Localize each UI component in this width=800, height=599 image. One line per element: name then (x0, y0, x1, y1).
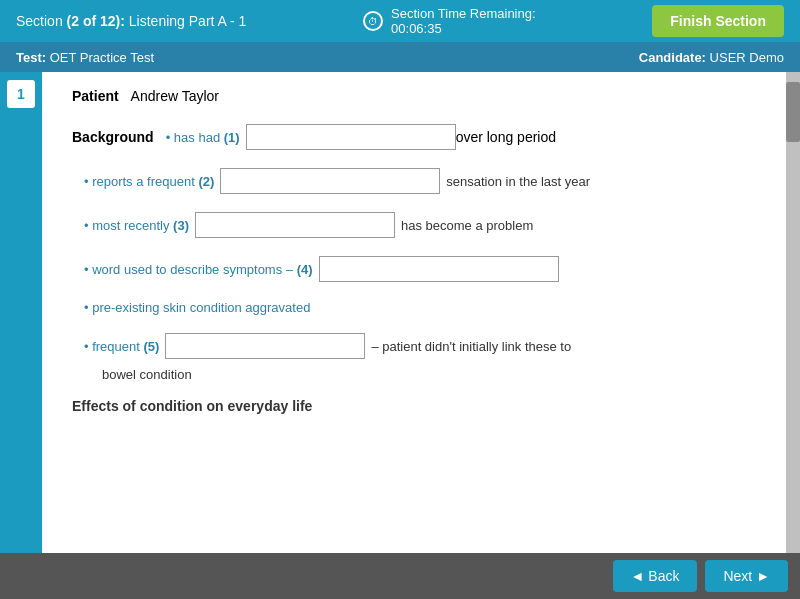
field1-suffix: over long period (456, 129, 556, 145)
answer-input-5[interactable] (165, 333, 365, 359)
background-row-5: • frequent (5) – patient didn't initiall… (84, 333, 766, 359)
top-header: Section (2 of 12): Listening Part A - 1 … (0, 0, 800, 42)
footer: ◄ Back Next ► (0, 553, 800, 599)
background-row-3: • most recently (3) has become a problem (84, 212, 766, 238)
timer-area: ⏱ Section Time Remaining: 00:06:35 (363, 6, 536, 36)
field4-prefix: • word used to describe symptoms – (4) (84, 262, 313, 277)
background-row-2: • reports a frequent (2) sensation in th… (84, 168, 766, 194)
answer-input-4[interactable] (319, 256, 559, 282)
field3-prefix: • most recently (3) (84, 218, 189, 233)
patient-name: Andrew Taylor (131, 88, 219, 104)
static-item: • pre-existing skin condition aggravated (84, 300, 766, 315)
sub-header: Test: OET Practice Test Candidate: USER … (0, 42, 800, 72)
field3-suffix: has become a problem (401, 218, 533, 233)
timer-value: 00:06:35 (391, 21, 442, 36)
next-button[interactable]: Next ► (705, 560, 788, 592)
question-number-panel: 1 (0, 72, 42, 553)
content-panel: Patient Andrew Taylor Background • has h… (42, 72, 786, 553)
candidate-name: USER Demo (710, 50, 784, 65)
section-prefix: Section (16, 13, 67, 29)
background-row-1: Background • has had (1) over long perio… (72, 124, 766, 150)
field2-suffix: sensation in the last year (446, 174, 590, 189)
field5-continuation: bowel condition (102, 367, 766, 382)
clock-icon: ⏱ (363, 11, 383, 31)
answer-input-3[interactable] (195, 212, 395, 238)
scrollbar[interactable] (786, 72, 800, 553)
patient-label: Patient (72, 88, 119, 104)
field5-suffix: – patient didn't initially link these to (371, 339, 571, 354)
background-row-4: • word used to describe symptoms – (4) (84, 256, 766, 282)
timer-text: Section Time Remaining: 00:06:35 (391, 6, 536, 36)
answer-input-1[interactable] (246, 124, 456, 150)
background-label: Background (72, 129, 154, 145)
back-button[interactable]: ◄ Back (613, 560, 698, 592)
test-label: Test: (16, 50, 46, 65)
section-name: Listening Part A - 1 (125, 13, 246, 29)
candidate-info: Candidate: USER Demo (639, 50, 784, 65)
section-title: Section (2 of 12): Listening Part A - 1 (16, 13, 246, 29)
candidate-label: Candidate: (639, 50, 706, 65)
test-info: Test: OET Practice Test (16, 50, 154, 65)
timer-label: Section Time Remaining: (391, 6, 536, 21)
field2-prefix: • reports a frequent (2) (84, 174, 214, 189)
answer-input-2[interactable] (220, 168, 440, 194)
field5-prefix: • frequent (5) (84, 339, 159, 354)
question-number: 1 (7, 80, 35, 108)
test-name: OET Practice Test (50, 50, 154, 65)
effects-heading: Effects of condition on everyday life (72, 398, 766, 414)
main-area: 1 Patient Andrew Taylor Background • has… (0, 72, 800, 553)
finish-section-button[interactable]: Finish Section (652, 5, 784, 37)
section-number: (2 of 12): (67, 13, 125, 29)
scroll-thumb[interactable] (786, 82, 800, 142)
field1-prefix: • has had (1) (166, 130, 240, 145)
patient-row: Patient Andrew Taylor (72, 88, 766, 104)
